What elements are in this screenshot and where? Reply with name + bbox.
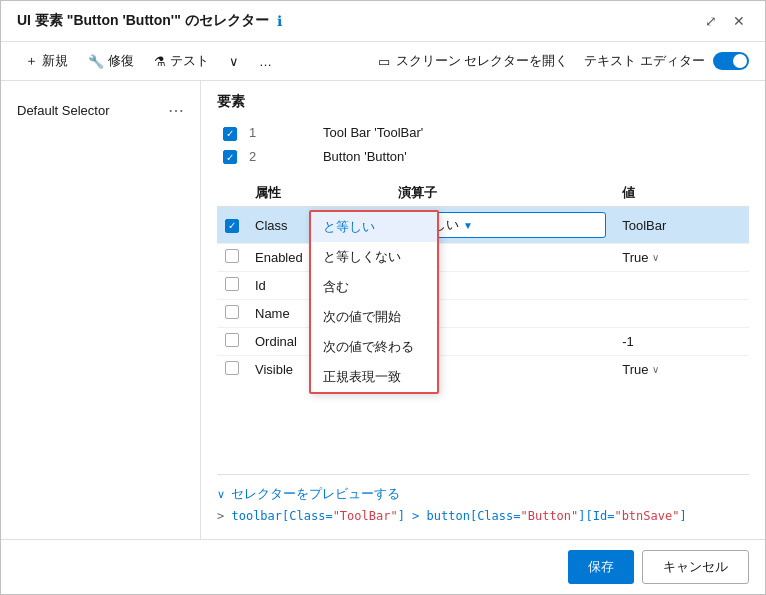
element-1-checkbox-cell: ✓: [217, 121, 243, 145]
name-checkbox-cell: [217, 300, 247, 328]
chevron-down-icon: ∨: [229, 54, 239, 69]
sidebar-item-label: Default Selector: [17, 103, 110, 118]
element-1-label: Tool Bar 'ToolBar': [317, 121, 749, 145]
id-checkbox-cell: [217, 272, 247, 300]
sidebar-item-default-selector[interactable]: Default Selector ⋯: [1, 93, 200, 128]
title-controls: ⤢ ✕: [701, 11, 749, 31]
chevron-down-icon: ▼: [463, 220, 473, 231]
test-label: テスト: [170, 52, 209, 70]
dropdown-item-ends-with[interactable]: 次の値で終わる: [311, 332, 437, 362]
class-checkbox[interactable]: ✓: [225, 219, 239, 233]
visible-checkbox[interactable]: [225, 361, 239, 375]
attr-row-enabled: Enabled True ∨: [217, 244, 749, 272]
attr-value-col-header: 値: [614, 180, 749, 207]
new-button[interactable]: ＋ 新規: [17, 48, 76, 74]
name-checkbox[interactable]: [225, 305, 239, 319]
attr-row-ordinal: Ordinal -1: [217, 328, 749, 356]
preview-section: ∨ セレクターをプレビューする > toolbar[Class="ToolBar…: [217, 474, 749, 527]
enabled-value-container: True ∨: [622, 250, 741, 265]
class-checkbox-cell: ✓: [217, 207, 247, 244]
ordinal-value: -1: [614, 328, 749, 356]
visible-value: True ∨: [614, 356, 749, 384]
preview-toggle[interactable]: ∨ セレクターをプレビューする: [217, 485, 749, 503]
screen-selector-button[interactable]: ▭ スクリーン セレクターを開く: [370, 48, 577, 74]
right-panel: 要素 ✓ 1 Tool Bar 'ToolBar' ✓ 2: [201, 81, 765, 539]
id-value: [614, 272, 749, 300]
enabled-value: True ∨: [614, 244, 749, 272]
element-2-checkbox[interactable]: ✓: [223, 150, 237, 164]
toolbar: ＋ 新規 🔧 修復 ⚗ テスト ∨ … ▭ スクリーン セレクターを開く テキス…: [1, 42, 765, 81]
attr-checkbox-col-header: [217, 180, 247, 207]
cancel-button[interactable]: キャンセル: [642, 550, 749, 584]
class-value: ToolBar: [614, 207, 749, 244]
main-content: Default Selector ⋯ 要素 ✓ 1 Tool Bar 'Tool…: [1, 81, 765, 539]
edit-button[interactable]: 🔧 修復: [80, 48, 142, 74]
chevron-down-icon[interactable]: ∨: [652, 252, 659, 263]
chevron-down-icon: ∨: [217, 488, 225, 501]
visible-checkbox-cell: [217, 356, 247, 384]
edit-label: 修復: [108, 52, 134, 70]
attributes-container: 属性 演算子 値 ✓ Class: [217, 180, 749, 466]
screen-selector-label: スクリーン セレクターを開く: [396, 52, 569, 70]
element-1-checkbox[interactable]: ✓: [223, 127, 237, 141]
wrench-icon: 🔧: [88, 54, 104, 69]
code-arrow: >: [217, 509, 224, 523]
dropdown-item-not-equal[interactable]: と等しくない: [311, 242, 437, 272]
id-checkbox[interactable]: [225, 277, 239, 291]
new-label: 新規: [42, 52, 68, 70]
toolbar-right: ▭ スクリーン セレクターを開く テキスト エディター: [370, 48, 749, 74]
attributes-table: 属性 演算子 値 ✓ Class: [217, 180, 749, 383]
operator-dropdown-menu: と等しい と等しくない 含む 次の値で開始 次の値で終わる 正規表現一致: [309, 210, 439, 394]
elements-section-title: 要素: [217, 93, 749, 111]
monitor-icon: ▭: [378, 54, 390, 69]
element-2-num: 2: [243, 145, 317, 169]
restore-button[interactable]: ⤢: [701, 11, 721, 31]
attributes-table-wrapper: 属性 演算子 値 ✓ Class: [217, 180, 749, 466]
element-1-num: 1: [243, 121, 317, 145]
dialog: UI 要素 "Button 'Button'" のセレクター ℹ ⤢ ✕ ＋ 新…: [0, 0, 766, 595]
enabled-checkbox[interactable]: [225, 249, 239, 263]
attr-row-name: Name: [217, 300, 749, 328]
dropdown-item-contains[interactable]: 含む: [311, 272, 437, 302]
visible-value-text: True: [622, 362, 648, 377]
save-button[interactable]: 保存: [568, 550, 634, 584]
dropdown-item-regex[interactable]: 正規表現一致: [311, 362, 437, 392]
more-button[interactable]: …: [251, 50, 280, 73]
more-icon: …: [259, 54, 272, 69]
close-button[interactable]: ✕: [729, 11, 749, 31]
ordinal-checkbox-cell: [217, 328, 247, 356]
attr-table-header: 属性 演算子 値: [217, 180, 749, 207]
enabled-value-text: True: [622, 250, 648, 265]
chevron-down-icon[interactable]: ∨: [652, 364, 659, 375]
title-left: UI 要素 "Button 'Button'" のセレクター ℹ: [17, 12, 282, 30]
table-row: ✓ 2 Button 'Button': [217, 145, 749, 169]
name-value: [614, 300, 749, 328]
attr-row-id: Id: [217, 272, 749, 300]
sidebar-dots-icon[interactable]: ⋯: [168, 101, 184, 120]
chevron-down-button[interactable]: ∨: [221, 50, 247, 73]
attr-name-col-header: 属性: [247, 180, 390, 207]
attr-row-class: ✓ Class と等しい ▼ ToolBar: [217, 207, 749, 244]
attr-operator-col-header: 演算子: [390, 180, 614, 207]
sidebar: Default Selector ⋯: [1, 81, 201, 539]
title-bar: UI 要素 "Button 'Button'" のセレクター ℹ ⤢ ✕: [1, 1, 765, 42]
dialog-title: UI 要素 "Button 'Button'" のセレクター: [17, 12, 269, 30]
attr-row-visible: Visible True ∨: [217, 356, 749, 384]
element-2-label: Button 'Button': [317, 145, 749, 169]
footer: 保存 キャンセル: [1, 539, 765, 594]
code-selector: toolbar[Class="ToolBar"] > button[Class=…: [231, 509, 686, 523]
dropdown-item-equal[interactable]: と等しい: [311, 212, 437, 242]
preview-toggle-label: セレクターをプレビューする: [231, 485, 400, 503]
text-editor-toggle[interactable]: [713, 52, 749, 70]
enabled-checkbox-cell: [217, 244, 247, 272]
info-icon[interactable]: ℹ: [277, 13, 282, 29]
dropdown-item-starts-with[interactable]: 次の値で開始: [311, 302, 437, 332]
visible-value-container: True ∨: [622, 362, 741, 377]
table-row: ✓ 1 Tool Bar 'ToolBar': [217, 121, 749, 145]
flask-icon: ⚗: [154, 54, 166, 69]
text-editor-label: テキスト エディター: [584, 52, 705, 70]
preview-code: > toolbar[Class="ToolBar"] > button[Clas…: [217, 509, 749, 523]
ordinal-checkbox[interactable]: [225, 333, 239, 347]
element-2-checkbox-cell: ✓: [217, 145, 243, 169]
test-button[interactable]: ⚗ テスト: [146, 48, 217, 74]
